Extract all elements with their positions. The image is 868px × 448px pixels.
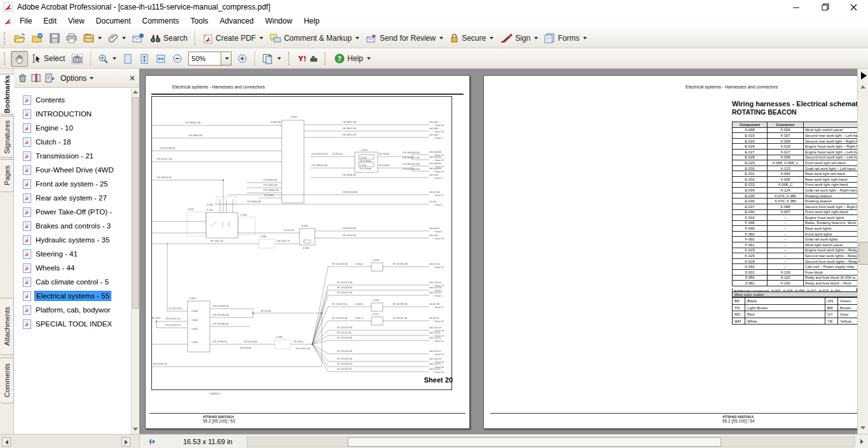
actual-size-button[interactable]: [120, 51, 136, 67]
fit-page-icon: [139, 53, 149, 64]
panel-scroll-left-button[interactable]: [2, 437, 11, 447]
bookmark-item[interactable]: Cab climate control - 5: [23, 276, 110, 288]
bookmarks-scrollbar[interactable]: [131, 88, 139, 434]
minimize-button[interactable]: [782, 0, 811, 14]
menu-view[interactable]: View: [62, 15, 90, 27]
scroll-down-icon[interactable]: [133, 428, 138, 431]
menu-comments[interactable]: Comments: [137, 15, 185, 27]
close-button[interactable]: [839, 0, 868, 14]
bookmark-item[interactable]: Wheels - 44: [23, 262, 76, 274]
scroll-up-button[interactable]: [858, 81, 868, 92]
bookmark-label: INTRODUCTION: [34, 109, 93, 118]
hscroll-right-button[interactable]: [857, 437, 867, 446]
toolbar-grip[interactable]: [4, 52, 8, 65]
menu-edit[interactable]: Edit: [38, 15, 62, 27]
organizer-button[interactable]: [80, 31, 105, 46]
tab-bookmarks[interactable]: Bookmarks: [0, 74, 14, 115]
toolbar-grip[interactable]: [4, 32, 8, 45]
tab-attachments[interactable]: Attachments: [0, 298, 14, 355]
snapshot-button[interactable]: [68, 51, 86, 67]
hand-tool-button[interactable]: [11, 51, 28, 67]
bookmark-item[interactable]: Brakes and controls - 3: [23, 220, 112, 232]
tab-comments[interactable]: Comments: [0, 358, 14, 403]
svg-text:15.0 Amps: 15.0 Amps: [359, 167, 371, 170]
bookmark-item[interactable]: Power Take-Off (PTO) -: [23, 206, 113, 218]
horizontal-scrollbar[interactable]: [247, 437, 855, 447]
page-display-button[interactable]: [259, 51, 284, 67]
expand-bookmark-icon[interactable]: [31, 73, 41, 83]
menu-window[interactable]: Window: [259, 15, 298, 27]
svg-text:SP-1013L BL: SP-1013L BL: [296, 347, 310, 350]
menu-file[interactable]: File: [14, 15, 38, 27]
pane-toggle-icon[interactable]: [145, 437, 156, 446]
bookmark-item[interactable]: Clutch - 18: [23, 136, 72, 148]
fit-page-button[interactable]: [136, 51, 153, 67]
send-review-button[interactable]: Send for Review: [362, 31, 446, 46]
menu-tools[interactable]: Tools: [185, 15, 214, 27]
panel-scroll-right-button[interactable]: [121, 437, 130, 447]
bookmark-item[interactable]: SPECIAL TOOL INDEX: [23, 318, 113, 330]
restore-button[interactable]: [811, 0, 839, 14]
pdf-page-54[interactable]: Electrical systems - Harnesses and conne…: [483, 75, 868, 429]
help-button[interactable]: ? Help: [331, 51, 374, 66]
open-button[interactable]: [11, 31, 29, 46]
tab-pages[interactable]: Pages: [0, 159, 14, 192]
bookmark-item[interactable]: Rear axle system - 27: [23, 192, 108, 204]
table-row: F-016–Engine hood work lights: [733, 215, 868, 221]
bookmark-item[interactable]: Hydraulic systems - 35: [23, 234, 111, 246]
svg-text:Y!: Y!: [298, 55, 307, 63]
toolbar-grip[interactable]: [288, 52, 292, 65]
bookmark-item[interactable]: Electrical systems - 55: [23, 290, 111, 302]
menu-bar: FileEditViewDocumentCommentsToolsAdvance…: [0, 14, 868, 28]
forms-button[interactable]: Forms: [541, 31, 590, 46]
scroll-down-button[interactable]: [858, 423, 868, 433]
yahoo-search-button[interactable]: Y!: [295, 52, 320, 66]
pdf-page-53[interactable]: Electrical systems - Harnesses and conne…: [145, 75, 470, 429]
bookmarks-scroll-thumb[interactable]: [132, 97, 139, 309]
zoom-level-input[interactable]: 50%: [188, 52, 221, 66]
print-button[interactable]: [63, 31, 80, 46]
show-pane-icon[interactable]: [861, 72, 867, 80]
tab-signatures[interactable]: Signatures: [0, 116, 14, 158]
bookmark-item[interactable]: Four-Wheel Drive (4WD: [23, 164, 115, 176]
sign-button[interactable]: Sign: [497, 31, 541, 46]
search-button[interactable]: Search: [147, 31, 191, 46]
email-button[interactable]: [129, 31, 147, 46]
open-web-button[interactable]: [29, 31, 46, 46]
bookmark-item[interactable]: Engine - 10: [23, 122, 74, 134]
create-pdf-button[interactable]: Create PDF: [199, 31, 266, 46]
panel-close-icon[interactable]: ✕: [129, 74, 135, 83]
bookmark-item[interactable]: INTRODUCTION: [23, 108, 93, 120]
bookmark-item[interactable]: Front axle system - 25: [23, 178, 109, 190]
bookmark-item[interactable]: Platform, cab, bodywor: [23, 304, 112, 316]
secure-button[interactable]: Secure: [446, 31, 497, 46]
zoom-in-button[interactable]: [234, 51, 251, 66]
svg-text:X-361: X-361: [240, 214, 247, 216]
fit-width-button[interactable]: [153, 51, 169, 67]
window-title: Adobe Acrobat Professional - [case-ih-u1…: [17, 3, 270, 11]
menu-help[interactable]: Help: [298, 15, 326, 27]
panel-hscrollbar[interactable]: [0, 435, 140, 448]
svg-text:⇐ Sheet 25: ⇐ Sheet 25: [432, 194, 444, 197]
horizontal-scroll-thumb[interactable]: [348, 437, 721, 447]
save-button[interactable]: [46, 31, 63, 46]
zoom-dropdown-button[interactable]: [221, 52, 231, 66]
options-menu-button[interactable]: Options: [60, 74, 93, 83]
toolbar-grip[interactable]: [324, 52, 328, 65]
svg-text:⇐ Sheet 18: ⇐ Sheet 18: [432, 124, 444, 127]
bookmark-item[interactable]: Contents: [23, 94, 66, 106]
bookmark-item[interactable]: Transmission - 21: [23, 150, 95, 162]
new-bookmark-icon[interactable]: [45, 73, 55, 83]
zoom-tool-button[interactable]: [95, 51, 120, 67]
vertical-scroll-thumb[interactable]: [858, 242, 868, 265]
vertical-scrollbar[interactable]: [857, 69, 868, 434]
menu-advanced[interactable]: Advanced: [214, 15, 259, 27]
attach-button[interactable]: [105, 31, 129, 46]
menu-document[interactable]: Document: [90, 15, 137, 27]
comment-markup-button[interactable]: Comment & Markup: [266, 31, 362, 46]
bookmark-item[interactable]: Steering - 41: [23, 248, 79, 260]
select-tool-button[interactable]: Select: [28, 51, 68, 66]
zoom-out-button[interactable]: [169, 51, 186, 66]
scroll-up-icon[interactable]: [133, 90, 138, 94]
delete-bookmark-icon[interactable]: [18, 73, 27, 83]
